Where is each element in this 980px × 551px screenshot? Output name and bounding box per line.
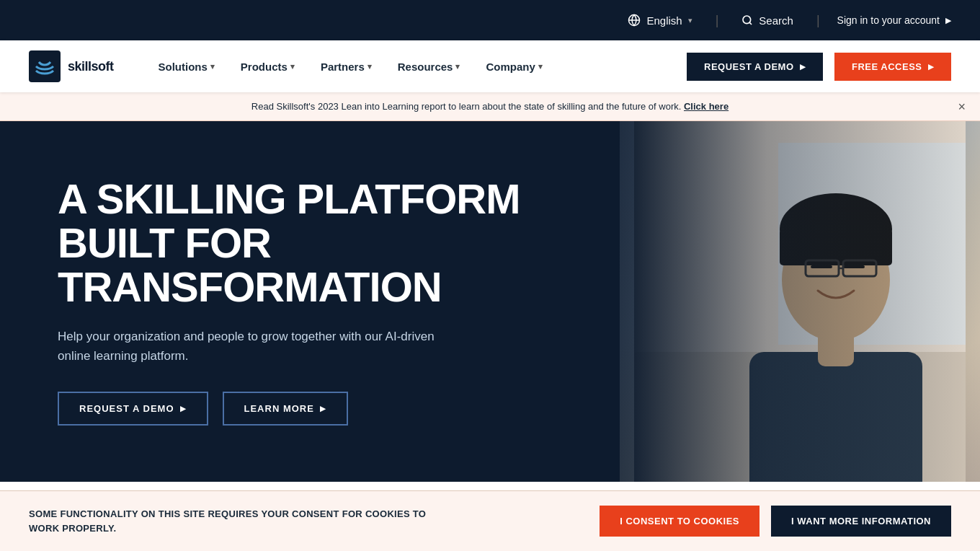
svg-point-2 [743,16,751,24]
svg-rect-4 [29,50,61,82]
language-chevron-icon: ▾ [688,16,692,25]
cookie-buttons: I CONSENT TO COOKIES I WANT MORE INFORMA… [600,506,951,537]
nav-solutions[interactable]: Solutions ▾ [148,55,225,79]
search-icon [741,14,753,26]
hero-title-line3: TRANSFORMATION [58,263,442,310]
banner-text: Read Skillsoft's 2023 Lean into Learning… [251,101,729,112]
language-selector[interactable]: English ▾ [628,14,715,27]
svg-rect-19 [634,121,966,482]
products-chevron-icon: ▾ [290,62,295,71]
solutions-label: Solutions [159,61,208,73]
company-chevron-icon: ▾ [538,62,543,71]
banner-link[interactable]: Click here [684,101,729,112]
cookie-text: SOME FUNCTIONALITY ON THIS SITE REQUIRES… [29,507,432,535]
company-label: Company [486,61,535,73]
more-info-button[interactable]: I WANT MORE INFORMATION [771,506,951,537]
products-label: Products [241,61,288,73]
logo-text: skillsoft [68,59,114,74]
hero-demo-arrow-icon: ▶ [180,405,187,413]
free-arrow-icon: ▶ [928,63,935,71]
skillsoft-logo-icon [29,50,61,82]
hero-demo-label: REQUEST A DEMO [79,403,174,414]
banner-close-button[interactable]: × [958,99,966,114]
svg-line-3 [749,22,752,25]
free-access-label: FREE ACCESS [852,61,922,72]
search-label: Search [759,14,793,27]
hero-subtitle: Help your organization and people to gro… [58,327,461,366]
divider-1: | [716,13,742,28]
nav-actions: REQUEST A DEMO ▶ FREE ACCESS ▶ [687,53,951,81]
hero-content: A SKILLING PLATFORM BUILT FOR TRANSFORMA… [0,134,578,469]
nav-partners[interactable]: Partners ▾ [311,55,382,79]
free-access-button[interactable]: FREE ACCESS ▶ [834,53,951,81]
logo[interactable]: skillsoft [29,50,114,82]
announcement-banner: Read Skillsoft's 2023 Lean into Learning… [0,92,980,121]
hero-learn-arrow-icon: ▶ [320,405,326,413]
language-label: English [646,14,682,27]
nav-products[interactable]: Products ▾ [231,55,305,79]
request-demo-button[interactable]: REQUEST A DEMO ▶ [687,53,823,81]
consent-to-cookies-button[interactable]: I CONSENT TO COOKIES [600,506,760,537]
hero-learn-more-button[interactable]: LEARN MORE ▶ [223,392,348,426]
hero-title: A SKILLING PLATFORM BUILT FOR TRANSFORMA… [58,177,520,309]
partners-label: Partners [321,61,365,73]
hero-title-line1: A SKILLING PLATFORM [58,175,520,222]
hero-section: A SKILLING PLATFORM BUILT FOR TRANSFORMA… [0,121,980,482]
hero-buttons: REQUEST A DEMO ▶ LEARN MORE ▶ [58,392,520,426]
request-demo-label: REQUEST A DEMO [704,61,794,72]
hero-request-demo-button[interactable]: REQUEST A DEMO ▶ [58,392,208,426]
divider-2: | [816,13,837,28]
signin-arrow-icon: ▶ [945,16,951,25]
cookie-banner: SOME FUNCTIONALITY ON THIS SITE REQUIRES… [0,490,980,551]
nav-resources[interactable]: Resources ▾ [388,55,471,79]
signin-link[interactable]: Sign in to your account ▶ [837,14,951,26]
hero-person-image [634,121,966,482]
partners-chevron-icon: ▾ [368,62,372,71]
demo-arrow-icon: ▶ [800,63,806,71]
solutions-chevron-icon: ▾ [210,62,215,71]
hero-background-image [620,121,980,482]
nav-links: Solutions ▾ Products ▾ Partners ▾ Resour… [148,55,687,79]
nav-company[interactable]: Company ▾ [476,55,552,79]
hero-title-line2: BUILT FOR [58,219,271,266]
hero-learn-label: LEARN MORE [244,403,314,414]
more-info-label: I WANT MORE INFORMATION [791,516,931,526]
top-bar: English ▾ | Search | Sign in to your acc… [0,0,980,40]
main-nav: skillsoft Solutions ▾ Products ▾ Partner… [0,40,980,92]
globe-icon [628,14,641,27]
consent-label: I CONSENT TO COOKIES [620,516,739,526]
signin-label: Sign in to your account [837,14,940,26]
resources-chevron-icon: ▾ [455,62,460,71]
search-button[interactable]: Search [741,14,816,27]
resources-label: Resources [398,61,453,73]
